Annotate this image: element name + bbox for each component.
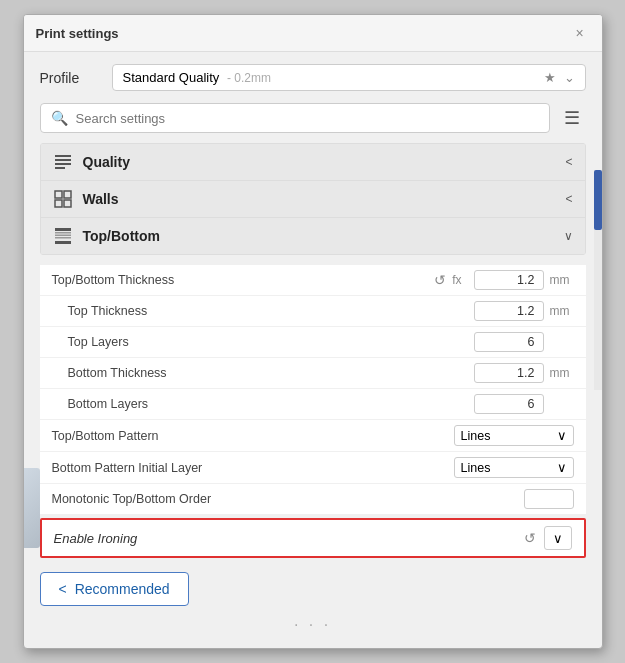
chevron-down-icon: ∨ (557, 460, 567, 475)
ironing-reset-icon[interactable]: ↺ (524, 530, 536, 546)
menu-icon[interactable]: ☰ (558, 103, 586, 133)
setting-top-thickness: Top Thickness mm (40, 296, 586, 327)
bottom-dots: · · · (40, 612, 586, 636)
pattern-dropdown[interactable]: Lines ∨ (454, 425, 574, 446)
fx-icon[interactable]: fx (452, 273, 461, 287)
section-quality[interactable]: Quality < (41, 144, 585, 181)
setting-bottom-pattern-initial: Bottom Pattern Initial Layer Lines ∨ (40, 452, 586, 484)
profile-select[interactable]: Standard Quality - 0.2mm ★ ⌄ (112, 64, 586, 91)
setting-label: Top/Bottom Pattern (52, 429, 454, 443)
svg-rect-12 (55, 241, 71, 244)
unit-mm: mm (550, 366, 574, 380)
main-content: Profile Standard Quality - 0.2mm ★ ⌄ 🔍 ☰ (24, 52, 602, 648)
svg-rect-6 (55, 200, 62, 207)
scrollbar-thumb[interactable] (594, 170, 602, 230)
setting-bottom-layers: Bottom Layers (40, 389, 586, 420)
search-icon: 🔍 (51, 110, 68, 126)
quality-icon (53, 152, 73, 172)
section-list: Quality < Walls < (40, 143, 586, 255)
setting-value-box: Lines ∨ (454, 457, 574, 478)
svg-rect-7 (64, 200, 71, 207)
close-button[interactable]: × (570, 23, 590, 43)
profile-label: Profile (40, 70, 100, 86)
star-icon[interactable]: ★ (544, 70, 556, 85)
chevron-down-icon[interactable]: ⌄ (564, 70, 575, 85)
search-input[interactable] (76, 111, 539, 126)
recommended-row: < Recommended (40, 562, 586, 612)
left-3d-hint (24, 468, 40, 548)
profile-sub: - 0.2mm (227, 71, 271, 85)
setting-value-box: mm (474, 363, 574, 383)
quality-chevron: < (565, 155, 572, 169)
recommended-button[interactable]: < Recommended (40, 572, 189, 606)
svg-rect-1 (55, 159, 71, 161)
topbottom-label: Top/Bottom (83, 228, 161, 244)
recommended-label: Recommended (75, 581, 170, 597)
ironing-label: Enable Ironing (54, 531, 524, 546)
top-layers-input[interactable] (474, 332, 544, 352)
setting-value-box (524, 489, 574, 509)
bottom-thickness-input[interactable] (474, 363, 544, 383)
svg-rect-2 (55, 163, 71, 165)
bottom-layers-input[interactable] (474, 394, 544, 414)
ironing-toggle[interactable]: ∨ (544, 526, 572, 550)
setting-topbottom-thickness: Top/Bottom Thickness ↺ fx mm (40, 265, 586, 296)
ironing-chevron-icon: ∨ (553, 531, 563, 546)
pattern-value: Lines (461, 429, 491, 443)
svg-rect-3 (55, 167, 65, 169)
setting-label: Top Thickness (52, 304, 474, 318)
svg-rect-4 (55, 191, 62, 198)
svg-rect-9 (55, 232, 71, 234)
section-walls[interactable]: Walls < (41, 181, 585, 218)
setting-value-box: ↺ fx mm (434, 270, 573, 290)
setting-label: Monotonic Top/Bottom Order (52, 492, 524, 506)
setting-monotonic: Monotonic Top/Bottom Order (40, 484, 586, 514)
settings-rows: Top/Bottom Thickness ↺ fx mm Top Thickne… (40, 265, 586, 514)
svg-rect-11 (55, 237, 71, 239)
unit-mm: mm (550, 304, 574, 318)
svg-rect-10 (55, 235, 71, 237)
search-row: 🔍 ☰ (40, 103, 586, 133)
setting-topbottom-pattern: Top/Bottom Pattern Lines ∨ (40, 420, 586, 452)
enable-ironing-row: Enable Ironing ↺ ∨ (40, 518, 586, 558)
reset-icon[interactable]: ↺ (434, 272, 446, 288)
title-bar: Print settings × (24, 15, 602, 52)
walls-icon (53, 189, 73, 209)
svg-rect-0 (55, 155, 71, 157)
monotonic-input[interactable] (524, 489, 574, 509)
profile-row: Profile Standard Quality - 0.2mm ★ ⌄ (40, 64, 586, 91)
top-thickness-input[interactable] (474, 301, 544, 321)
print-settings-window: Print settings × Profile Standard Qualit… (23, 14, 603, 649)
profile-name: Standard Quality (123, 70, 220, 85)
setting-value-box: mm (474, 301, 574, 321)
unit-mm: mm (550, 273, 574, 287)
setting-value-box (474, 394, 574, 414)
bottom-pattern-dropdown[interactable]: Lines ∨ (454, 457, 574, 478)
setting-label: Top Layers (52, 335, 474, 349)
window-title: Print settings (36, 26, 119, 41)
section-topbottom[interactable]: Top/Bottom ∨ (41, 218, 585, 254)
setting-label: Top/Bottom Thickness (52, 273, 435, 287)
walls-label: Walls (83, 191, 119, 207)
profile-icons: ★ ⌄ (544, 70, 575, 85)
setting-label: Bottom Layers (52, 397, 474, 411)
ironing-controls: ↺ ∨ (524, 526, 572, 550)
setting-bottom-thickness: Bottom Thickness mm (40, 358, 586, 389)
setting-top-layers: Top Layers (40, 327, 586, 358)
scrollbar-track (594, 170, 602, 390)
chevron-down-icon: ∨ (557, 428, 567, 443)
topbottom-chevron: ∨ (564, 229, 573, 243)
thickness-input[interactable] (474, 270, 544, 290)
topbottom-icon (53, 226, 73, 246)
setting-value-box: Lines ∨ (454, 425, 574, 446)
search-box: 🔍 (40, 103, 550, 133)
quality-label: Quality (83, 154, 130, 170)
recommended-chevron: < (59, 581, 67, 597)
svg-rect-8 (55, 228, 71, 231)
setting-label: Bottom Pattern Initial Layer (52, 461, 454, 475)
bottom-pattern-value: Lines (461, 461, 491, 475)
setting-value-box (474, 332, 574, 352)
setting-label: Bottom Thickness (52, 366, 474, 380)
walls-chevron: < (565, 192, 572, 206)
svg-rect-5 (64, 191, 71, 198)
